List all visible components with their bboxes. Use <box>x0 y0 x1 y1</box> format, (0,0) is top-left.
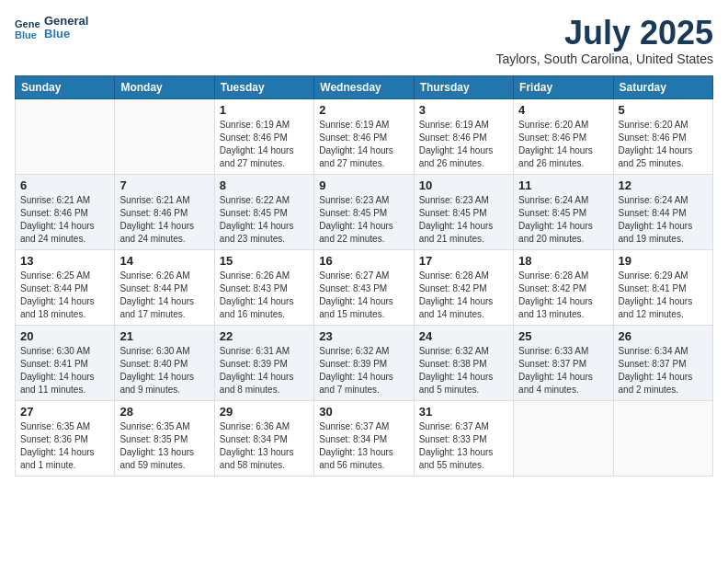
calendar-cell: 8Sunrise: 6:22 AM Sunset: 8:45 PM Daylig… <box>214 174 313 249</box>
calendar-cell: 29Sunrise: 6:36 AM Sunset: 8:34 PM Dayli… <box>214 400 313 476</box>
day-number: 20 <box>20 329 109 343</box>
calendar-cell: 14Sunrise: 6:26 AM Sunset: 8:44 PM Dayli… <box>115 249 214 325</box>
day-number: 29 <box>220 405 309 419</box>
calendar-cell: 25Sunrise: 6:33 AM Sunset: 8:37 PM Dayli… <box>514 325 613 400</box>
day-number: 16 <box>319 254 408 268</box>
day-number: 21 <box>119 329 209 343</box>
day-info: Sunrise: 6:24 AM Sunset: 8:45 PM Dayligh… <box>518 194 608 246</box>
title-block: July 2025 Taylors, South Carolina, Unite… <box>495 15 713 66</box>
day-info: Sunrise: 6:21 AM Sunset: 8:46 PM Dayligh… <box>20 194 109 246</box>
day-number: 18 <box>518 254 608 268</box>
day-number: 9 <box>319 178 408 192</box>
calendar-cell: 28Sunrise: 6:35 AM Sunset: 8:35 PM Dayli… <box>115 400 214 476</box>
svg-text:Blue: Blue <box>15 29 37 40</box>
calendar-cell: 13Sunrise: 6:25 AM Sunset: 8:44 PM Dayli… <box>16 249 115 325</box>
day-info: Sunrise: 6:19 AM Sunset: 8:46 PM Dayligh… <box>319 119 408 170</box>
day-number: 15 <box>220 254 309 268</box>
day-number: 10 <box>419 178 508 192</box>
day-info: Sunrise: 6:26 AM Sunset: 8:43 PM Dayligh… <box>220 270 309 321</box>
day-number: 3 <box>419 103 508 117</box>
calendar-cell: 26Sunrise: 6:34 AM Sunset: 8:37 PM Dayli… <box>613 325 712 400</box>
day-info: Sunrise: 6:31 AM Sunset: 8:39 PM Dayligh… <box>220 345 309 396</box>
logo-icon: General Blue <box>15 15 40 40</box>
day-number: 22 <box>220 329 309 343</box>
day-info: Sunrise: 6:20 AM Sunset: 8:46 PM Dayligh… <box>619 119 708 170</box>
day-info: Sunrise: 6:21 AM Sunset: 8:46 PM Dayligh… <box>119 194 209 246</box>
calendar-cell <box>115 98 214 174</box>
day-number: 5 <box>619 103 708 117</box>
calendar-cell: 30Sunrise: 6:37 AM Sunset: 8:34 PM Dayli… <box>314 400 414 476</box>
calendar-header-friday: Friday <box>514 75 613 98</box>
calendar-cell: 6Sunrise: 6:21 AM Sunset: 8:46 PM Daylig… <box>16 174 115 249</box>
calendar-cell: 18Sunrise: 6:28 AM Sunset: 8:42 PM Dayli… <box>514 249 613 325</box>
day-number: 23 <box>319 329 408 343</box>
day-number: 13 <box>20 254 109 268</box>
day-info: Sunrise: 6:37 AM Sunset: 8:34 PM Dayligh… <box>319 420 408 472</box>
calendar-cell: 24Sunrise: 6:32 AM Sunset: 8:38 PM Dayli… <box>414 325 513 400</box>
day-info: Sunrise: 6:26 AM Sunset: 8:44 PM Dayligh… <box>119 270 209 321</box>
day-info: Sunrise: 6:19 AM Sunset: 8:46 PM Dayligh… <box>419 119 508 170</box>
day-info: Sunrise: 6:24 AM Sunset: 8:44 PM Dayligh… <box>619 194 708 246</box>
calendar-cell: 31Sunrise: 6:37 AM Sunset: 8:33 PM Dayli… <box>414 400 513 476</box>
day-info: Sunrise: 6:28 AM Sunset: 8:42 PM Dayligh… <box>419 270 508 321</box>
day-info: Sunrise: 6:34 AM Sunset: 8:37 PM Dayligh… <box>619 345 708 396</box>
calendar-cell: 3Sunrise: 6:19 AM Sunset: 8:46 PM Daylig… <box>414 98 513 174</box>
calendar-week-row: 6Sunrise: 6:21 AM Sunset: 8:46 PM Daylig… <box>16 174 713 249</box>
month-title: July 2025 <box>495 15 713 52</box>
day-number: 14 <box>119 254 209 268</box>
calendar-header-tuesday: Tuesday <box>214 75 313 98</box>
day-number: 28 <box>119 405 209 419</box>
day-info: Sunrise: 6:29 AM Sunset: 8:41 PM Dayligh… <box>619 270 708 321</box>
day-info: Sunrise: 6:19 AM Sunset: 8:46 PM Dayligh… <box>220 119 309 170</box>
day-info: Sunrise: 6:37 AM Sunset: 8:33 PM Dayligh… <box>419 420 508 472</box>
day-number: 4 <box>518 103 608 117</box>
day-number: 8 <box>220 178 309 192</box>
calendar-header-row: SundayMondayTuesdayWednesdayThursdayFrid… <box>16 75 713 98</box>
calendar-cell: 10Sunrise: 6:23 AM Sunset: 8:45 PM Dayli… <box>414 174 513 249</box>
day-number: 11 <box>518 178 608 192</box>
calendar-header-saturday: Saturday <box>613 75 712 98</box>
page-header: General Blue General Blue July 2025 Tayl… <box>15 15 713 66</box>
calendar-cell: 27Sunrise: 6:35 AM Sunset: 8:36 PM Dayli… <box>16 400 115 476</box>
calendar-cell: 22Sunrise: 6:31 AM Sunset: 8:39 PM Dayli… <box>214 325 313 400</box>
calendar-cell <box>613 400 712 476</box>
calendar-header-thursday: Thursday <box>414 75 513 98</box>
logo-line2: Blue <box>44 28 88 40</box>
day-info: Sunrise: 6:23 AM Sunset: 8:45 PM Dayligh… <box>319 194 408 246</box>
calendar-cell: 21Sunrise: 6:30 AM Sunset: 8:40 PM Dayli… <box>115 325 214 400</box>
calendar-week-row: 13Sunrise: 6:25 AM Sunset: 8:44 PM Dayli… <box>16 249 713 325</box>
day-info: Sunrise: 6:23 AM Sunset: 8:45 PM Dayligh… <box>419 194 508 246</box>
logo-line1: General <box>44 15 88 28</box>
calendar-cell: 19Sunrise: 6:29 AM Sunset: 8:41 PM Dayli… <box>613 249 712 325</box>
logo: General Blue General Blue <box>15 15 88 41</box>
day-info: Sunrise: 6:35 AM Sunset: 8:35 PM Dayligh… <box>119 420 209 472</box>
day-info: Sunrise: 6:35 AM Sunset: 8:36 PM Dayligh… <box>20 420 109 472</box>
calendar-cell: 20Sunrise: 6:30 AM Sunset: 8:41 PM Dayli… <box>16 325 115 400</box>
location: Taylors, South Carolina, United States <box>495 52 713 66</box>
day-number: 27 <box>20 405 109 419</box>
calendar-week-row: 27Sunrise: 6:35 AM Sunset: 8:36 PM Dayli… <box>16 400 713 476</box>
calendar-cell <box>16 98 115 174</box>
calendar-cell: 17Sunrise: 6:28 AM Sunset: 8:42 PM Dayli… <box>414 249 513 325</box>
day-info: Sunrise: 6:27 AM Sunset: 8:43 PM Dayligh… <box>319 270 408 321</box>
calendar-cell: 12Sunrise: 6:24 AM Sunset: 8:44 PM Dayli… <box>613 174 712 249</box>
day-info: Sunrise: 6:22 AM Sunset: 8:45 PM Dayligh… <box>220 194 309 246</box>
day-info: Sunrise: 6:32 AM Sunset: 8:38 PM Dayligh… <box>419 345 508 396</box>
day-number: 2 <box>319 103 408 117</box>
calendar-cell <box>514 400 613 476</box>
day-number: 12 <box>619 178 708 192</box>
day-number: 6 <box>20 178 109 192</box>
day-number: 1 <box>220 103 309 117</box>
day-info: Sunrise: 6:36 AM Sunset: 8:34 PM Dayligh… <box>220 420 309 472</box>
calendar-cell: 23Sunrise: 6:32 AM Sunset: 8:39 PM Dayli… <box>314 325 414 400</box>
day-info: Sunrise: 6:33 AM Sunset: 8:37 PM Dayligh… <box>518 345 608 396</box>
day-info: Sunrise: 6:28 AM Sunset: 8:42 PM Dayligh… <box>518 270 608 321</box>
calendar-cell: 11Sunrise: 6:24 AM Sunset: 8:45 PM Dayli… <box>514 174 613 249</box>
calendar-cell: 4Sunrise: 6:20 AM Sunset: 8:46 PM Daylig… <box>514 98 613 174</box>
day-number: 26 <box>619 329 708 343</box>
day-info: Sunrise: 6:20 AM Sunset: 8:46 PM Dayligh… <box>518 119 608 170</box>
day-number: 25 <box>518 329 608 343</box>
calendar-cell: 7Sunrise: 6:21 AM Sunset: 8:46 PM Daylig… <box>115 174 214 249</box>
svg-text:General: General <box>15 18 40 29</box>
calendar-cell: 16Sunrise: 6:27 AM Sunset: 8:43 PM Dayli… <box>314 249 414 325</box>
